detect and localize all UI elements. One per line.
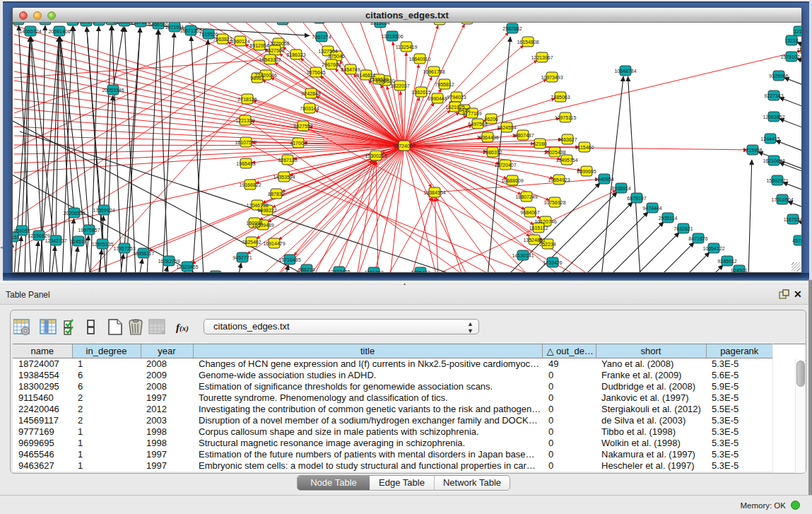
svg-text:8471676: 8471676	[688, 236, 707, 241]
svg-text:17957253: 17957253	[113, 246, 135, 251]
svg-text:16154808: 16154808	[517, 40, 539, 45]
svg-text:1221339: 1221339	[235, 118, 254, 123]
svg-text:275046: 275046	[328, 54, 344, 59]
svg-text:1615112: 1615112	[529, 226, 548, 230]
svg-text:16961758: 16961758	[423, 69, 445, 74]
svg-text:13218506: 13218506	[381, 34, 403, 39]
svg-text:12975115: 12975115	[555, 115, 577, 120]
svg-text:17016504: 17016504	[771, 197, 793, 202]
svg-text:15692971: 15692971	[766, 178, 788, 183]
svg-text:9794023: 9794023	[447, 95, 466, 100]
svg-text:252234: 252234	[539, 242, 555, 247]
svg-text:15300215: 15300215	[365, 153, 387, 158]
svg-text:8912954: 8912954	[249, 43, 269, 48]
svg-text:3624554: 3624554	[497, 125, 516, 130]
svg-text:17359924: 17359924	[93, 208, 114, 213]
svg-text:9777169: 9777169	[462, 111, 481, 116]
svg-text:12342737: 12342737	[45, 238, 66, 243]
svg-text:1733426: 1733426	[543, 260, 562, 265]
svg-text:20206535: 20206535	[63, 211, 85, 216]
svg-text:18640910: 18640910	[408, 57, 430, 62]
svg-text:1063527: 1063527	[89, 23, 108, 23]
svg-text:19654923: 19654923	[548, 177, 570, 182]
svg-text:13218: 13218	[784, 38, 799, 43]
svg-text:114519: 114519	[71, 239, 87, 244]
svg-text:10958117: 10958117	[133, 251, 155, 256]
svg-text:1498222: 1498222	[257, 208, 276, 213]
svg-text:10688609: 10688609	[501, 178, 523, 183]
svg-text:1955423: 1955423	[411, 270, 430, 273]
svg-text:8454749: 8454749	[341, 67, 360, 72]
svg-text:1167534: 1167534	[784, 217, 801, 222]
svg-text:16210643: 16210643	[763, 158, 784, 163]
svg-text:20053346: 20053346	[102, 88, 124, 93]
svg-text:8813054: 8813054	[370, 23, 389, 25]
svg-text:16914479: 16914479	[263, 241, 285, 246]
svg-text:160994: 160994	[246, 221, 262, 226]
svg-text:9327508: 9327508	[265, 48, 284, 53]
svg-text:7632621: 7632621	[673, 226, 693, 231]
svg-text:46206: 46206	[484, 117, 498, 122]
svg-text:18724007: 18724007	[393, 144, 415, 148]
svg-text:10120746: 10120746	[534, 219, 556, 224]
svg-text:×: ×	[161, 329, 165, 336]
svg-text:8427552: 8427552	[293, 124, 312, 129]
svg-text:988214: 988214	[298, 267, 314, 272]
svg-text:19384554: 19384554	[423, 190, 445, 195]
svg-text:16782759: 16782759	[158, 259, 180, 264]
svg-text:9463627: 9463627	[558, 137, 577, 142]
svg-text:8186323: 8186323	[286, 52, 305, 57]
svg-text:9245012: 9245012	[717, 259, 736, 264]
svg-text:10807487: 10807487	[512, 133, 534, 138]
svg-text:18807249: 18807249	[515, 194, 537, 199]
svg-text:9329966: 9329966	[769, 74, 788, 78]
svg-text:3215958: 3215958	[743, 148, 762, 153]
svg-text:6899695: 6899695	[577, 169, 596, 174]
svg-text:12323455: 12323455	[328, 269, 350, 273]
svg-text:1212: 1212	[794, 29, 801, 34]
svg-text:3822037: 3822037	[390, 83, 409, 88]
svg-text:10025438: 10025438	[543, 150, 565, 155]
svg-text:2935114: 2935114	[659, 216, 678, 221]
svg-text:19166822: 19166822	[239, 182, 261, 187]
svg-text:10973493: 10973493	[541, 75, 563, 80]
svg-text:7803144: 7803144	[300, 106, 319, 111]
svg-text:45753: 45753	[792, 238, 801, 243]
svg-text:9684067: 9684067	[520, 210, 539, 215]
svg-text:62160: 62160	[533, 141, 547, 146]
svg-text:887832: 887832	[268, 192, 284, 197]
svg-text:7181702: 7181702	[364, 270, 383, 273]
svg-text:11325419: 11325419	[396, 45, 418, 49]
svg-text:9227343: 9227343	[764, 93, 783, 98]
svg-text:1244415: 1244415	[760, 136, 779, 141]
svg-text:8990448: 8990448	[428, 96, 447, 101]
svg-text:9242848: 9242848	[301, 91, 320, 96]
svg-text:15720407: 15720407	[494, 163, 516, 168]
svg-text:13226058: 13226058	[267, 41, 289, 46]
svg-text:12323455: 12323455	[176, 264, 198, 269]
svg-text:1132541: 1132541	[797, 47, 801, 52]
svg-text:14353594: 14353594	[273, 175, 295, 180]
svg-text:7663822: 7663822	[213, 37, 232, 42]
svg-text:20364436: 20364436	[476, 135, 498, 140]
svg-text:7357274: 7357274	[312, 35, 331, 40]
svg-text:14055724: 14055724	[19, 29, 41, 34]
svg-text:15751074: 15751074	[780, 54, 801, 59]
svg-text:2986372: 2986372	[483, 150, 502, 155]
svg-text:2967608: 2967608	[322, 62, 341, 67]
svg-text:17046738: 17046738	[246, 203, 268, 208]
svg-text:417004: 417004	[290, 141, 306, 146]
svg-text:2587682: 2587682	[502, 26, 522, 31]
svg-text:1965493: 1965493	[236, 161, 255, 166]
svg-text:6879197: 6879197	[627, 196, 646, 201]
svg-text:1640954: 1640954	[594, 177, 613, 182]
svg-text:6497568: 6497568	[468, 122, 487, 127]
svg-text:7625402: 7625402	[242, 240, 261, 245]
svg-text:f(x): f(x)	[176, 322, 189, 333]
svg-text:3267130: 3267130	[278, 158, 297, 163]
svg-text:3875645: 3875645	[306, 70, 325, 75]
svg-text:9457771: 9457771	[233, 255, 252, 260]
svg-text:9474444: 9474444	[642, 206, 661, 211]
svg-text:10648784: 10648784	[614, 69, 636, 74]
svg-text:8938914: 8938914	[611, 186, 630, 191]
